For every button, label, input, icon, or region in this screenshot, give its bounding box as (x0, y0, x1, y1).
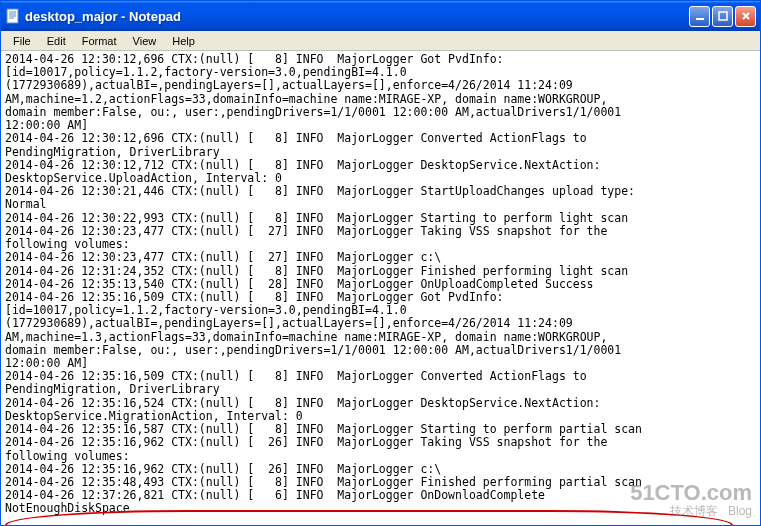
close-button[interactable] (735, 6, 756, 27)
menu-help[interactable]: Help (164, 33, 203, 49)
svg-rect-6 (719, 12, 727, 20)
highlight-annotation (5, 510, 733, 525)
menu-file[interactable]: File (5, 33, 39, 49)
window-controls (689, 6, 756, 27)
notepad-window: desktop_major - Notepad File Edit Format… (0, 0, 761, 526)
watermark-main: 51CTO.com (630, 480, 752, 505)
menu-format[interactable]: Format (74, 33, 125, 49)
svg-rect-5 (696, 18, 704, 20)
minimize-button[interactable] (689, 6, 710, 27)
window-title: desktop_major - Notepad (25, 9, 689, 24)
menubar: File Edit Format View Help (1, 31, 760, 51)
titlebar[interactable]: desktop_major - Notepad (1, 1, 760, 31)
menu-edit[interactable]: Edit (39, 33, 74, 49)
maximize-button[interactable] (712, 6, 733, 27)
text-area[interactable]: 2014-04-26 12:30:12,696 CTX:(null) [ 8] … (1, 51, 760, 525)
watermark: 51CTO.com技术博客 Blog (630, 480, 752, 519)
notepad-icon (5, 8, 21, 24)
watermark-sub: 技术博客 Blog (630, 505, 752, 519)
menu-view[interactable]: View (125, 33, 165, 49)
